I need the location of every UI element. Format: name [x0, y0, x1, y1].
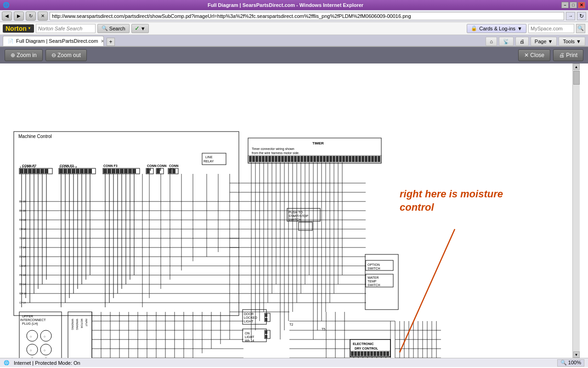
page-button[interactable]: Page ▼: [531, 37, 557, 46]
zoom-out-button[interactable]: ⊖ Zoom out: [45, 49, 87, 61]
svg-text:LIGHT: LIGHT: [245, 335, 254, 339]
svg-rect-32: [128, 169, 132, 173]
close-window-button[interactable]: ✕: [578, 2, 585, 8]
svg-rect-77: [320, 156, 322, 162]
svg-rect-197: [361, 351, 363, 356]
svg-text:INTERCONNECT: INTERCONNECT: [20, 318, 46, 322]
wiring-diagram: Machine Control CONN P7 1 2 3 4 5 7 8 CO…: [0, 63, 572, 358]
stop-button[interactable]: ✕: [38, 12, 48, 21]
svg-text:DRY CONTROL: DRY CONTROL: [355, 347, 379, 350]
scroll-up-button[interactable]: ▲: [573, 63, 580, 70]
svg-text:CONN: CONN: [169, 164, 179, 167]
vertical-scrollbar[interactable]: ▲ ▼: [572, 63, 580, 358]
forward-button[interactable]: ▶: [14, 12, 24, 21]
print-diagram-label: 🖨 Print: [559, 52, 577, 58]
new-tab-button[interactable]: +: [107, 38, 115, 46]
svg-rect-79: [326, 156, 329, 162]
svg-rect-85: [345, 156, 348, 162]
svg-rect-90: [362, 156, 364, 162]
close-diagram-label: ✕ Close: [524, 52, 544, 58]
norton-brand[interactable]: Norton ▼: [3, 24, 34, 33]
svg-text:SWITCH: SWITCH: [288, 218, 301, 221]
cards-label: Cards & Log-ins: [479, 26, 515, 31]
svg-rect-196: [357, 351, 360, 356]
svg-rect-188: [265, 331, 267, 334]
svg-rect-66: [284, 156, 287, 162]
go-button[interactable]: →: [566, 12, 575, 20]
svg-rect-80: [329, 156, 332, 162]
svg-text:○: ○: [44, 349, 45, 352]
svg-text:LOCKED: LOCKED: [244, 316, 257, 319]
svg-text:○: ○: [30, 335, 32, 338]
norton-search-input[interactable]: [36, 24, 96, 33]
svg-text:ON: ON: [245, 332, 250, 335]
zoom-out-label: ⊖ Zoom out: [51, 52, 81, 58]
svg-rect-95: [378, 156, 380, 162]
svg-rect-87: [352, 156, 355, 162]
maximize-button[interactable]: □: [570, 2, 577, 8]
svg-text:GN 14: GN 14: [19, 264, 26, 267]
norton-toolbar: Norton ▼ 🔍 Search ✓ ▼ 🔒 Cards & Log-ins …: [0, 22, 588, 35]
print-button[interactable]: 🖨: [515, 37, 529, 46]
back-button[interactable]: ◀: [2, 12, 12, 21]
norton-dropdown-2: ▼: [141, 26, 146, 31]
svg-rect-57: [255, 156, 258, 162]
address-input[interactable]: [50, 12, 564, 20]
svg-rect-31: [124, 169, 128, 173]
svg-text:1 2 3 4 5  7 8: 1 2 3 4 5 7 8: [20, 166, 35, 168]
svg-rect-41: [157, 169, 160, 173]
main-diagram-area: Machine Control CONN P7 1 2 3 4 5 7 8 CO…: [0, 63, 580, 358]
svg-text:WINDING: WINDING: [71, 319, 74, 330]
svg-text:○: ○: [30, 349, 32, 352]
svg-rect-200: [370, 351, 373, 356]
svg-rect-6: [24, 169, 28, 173]
minimize-button[interactable]: –: [561, 2, 569, 8]
title-bar: 🌐 Full Diagram | SearsPartsDirect.com - …: [0, 0, 588, 10]
svg-text:○: ○: [44, 335, 45, 338]
scroll-down-button[interactable]: ▼: [573, 351, 580, 358]
feeds-icon: 📡: [503, 39, 509, 45]
svg-rect-202: [377, 351, 379, 356]
svg-rect-88: [355, 156, 358, 162]
tools-button[interactable]: Tools ▼: [559, 37, 585, 46]
close-diagram-button[interactable]: ✕ Close: [518, 49, 550, 61]
norton-search-button[interactable]: 🔍 Search: [97, 24, 130, 33]
svg-text:Timer connector wiring shown: Timer connector wiring shown: [252, 147, 294, 151]
status-zone-text: Internet | Protected Mode: On: [14, 360, 80, 366]
tab-1-close-button[interactable]: ✕: [101, 39, 104, 44]
print-diagram-button[interactable]: 🖨 Print: [553, 49, 583, 61]
tools-arrow: ▼: [576, 39, 581, 44]
tab-1[interactable]: 📄 Full Diagram | SearsPartsDirect.com ✕: [3, 36, 104, 46]
norton-cards-button[interactable]: 🔒 Cards & Log-ins ▼: [467, 24, 526, 33]
myspace-search-button[interactable]: 🔍: [576, 24, 585, 33]
myspace-search-input[interactable]: [528, 24, 574, 33]
svg-rect-59: [262, 156, 265, 162]
svg-rect-189: [265, 335, 267, 338]
svg-rect-55: [249, 156, 252, 162]
svg-text:RELAY: RELAY: [204, 160, 214, 163]
svg-rect-56: [252, 156, 255, 162]
norton-brand-label: Norton: [6, 25, 27, 32]
svg-text:OR 14: OR 14: [19, 228, 26, 230]
zoom-in-button[interactable]: ⊕ Zoom in: [5, 49, 43, 61]
svg-rect-28: [112, 169, 115, 173]
scroll-thumb[interactable]: [573, 71, 580, 85]
feeds-button[interactable]: 📡: [499, 37, 514, 46]
zoom-text: 🔍 100%: [560, 360, 581, 366]
svg-text:PK 14: PK 14: [19, 274, 26, 276]
home-button[interactable]: ⌂: [486, 37, 497, 46]
svg-rect-20: [80, 169, 84, 173]
svg-rect-71: [300, 156, 303, 162]
zoom-indicator[interactable]: 🔍 100%: [557, 359, 584, 367]
svg-rect-78: [323, 156, 326, 162]
norton-check-button[interactable]: ✓ ▼: [131, 24, 149, 33]
window-title: Full Diagram | SearsPartsDirect.com - Wi…: [10, 2, 561, 8]
home-icon: ⌂: [490, 39, 493, 44]
tab-1-label: Full Diagram | SearsPartsDirect.com: [16, 38, 98, 44]
svg-text:CONN: CONN: [157, 164, 167, 167]
refresh-button[interactable]: ↻: [26, 12, 36, 21]
svg-text:SWITCH: SWITCH: [368, 283, 380, 287]
svg-rect-33: [132, 169, 136, 173]
svg-rect-26: [103, 169, 107, 173]
svg-rect-11: [45, 169, 48, 173]
